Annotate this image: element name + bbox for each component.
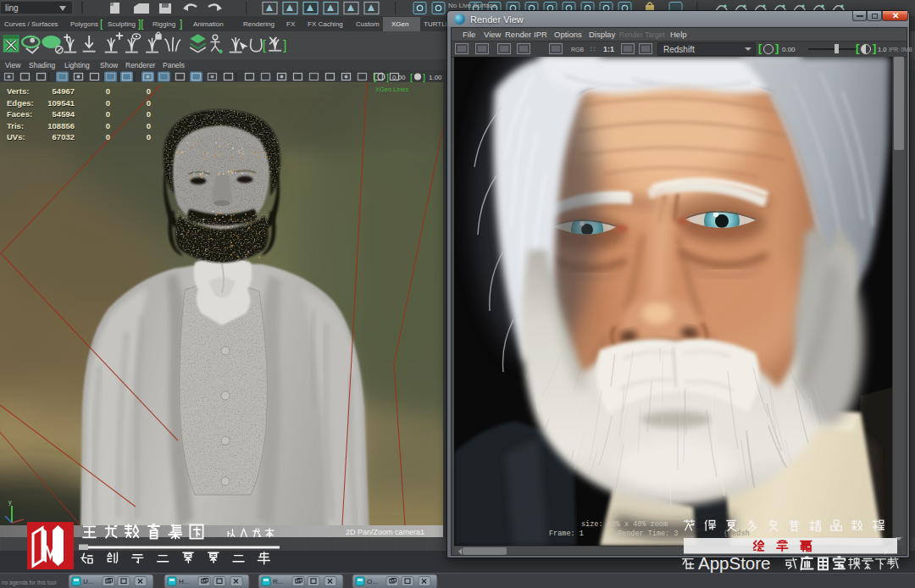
svg-text:XGen: XGen: [391, 20, 408, 28]
svg-text:1.00: 1.00: [429, 74, 442, 81]
svg-text:Renderer: Renderer: [125, 61, 156, 69]
svg-text:XGen Lines: XGen Lines: [375, 86, 408, 93]
svg-text:UVs:: UVs:: [7, 132, 25, 141]
svg-text:R...: R...: [273, 578, 283, 585]
svg-text:][: ][: [138, 18, 144, 30]
svg-text:54967: 54967: [53, 86, 75, 96]
svg-text:Rigging: Rigging: [152, 20, 175, 28]
svg-text:Animation: Animation: [193, 20, 224, 28]
svg-text:Sculpting: Sculpting: [108, 20, 136, 28]
svg-text:0: 0: [106, 121, 110, 130]
svg-text:Curves / Surfaces: Curves / Surfaces: [4, 20, 58, 28]
svg-text:]: ]: [423, 72, 425, 82]
svg-text:FX: FX: [286, 20, 296, 28]
svg-text:0: 0: [106, 109, 110, 119]
svg-text:View: View: [5, 61, 21, 69]
svg-text:Polygons: Polygons: [70, 20, 98, 28]
svg-text:0: 0: [147, 86, 151, 96]
svg-text:Edges:: Edges:: [7, 98, 34, 108]
svg-text:[: [: [374, 72, 376, 82]
svg-text:0: 0: [147, 132, 151, 141]
svg-text:0: 0: [147, 121, 151, 130]
svg-text:108856: 108856: [47, 121, 75, 130]
svg-text:54594: 54594: [53, 109, 75, 119]
svg-text:FX Caching: FX Caching: [308, 20, 343, 28]
svg-text:Shading: Shading: [29, 61, 55, 69]
svg-text:size: 40% x 40% zoom: size: 40% x 40% zoom: [581, 520, 668, 529]
svg-text:(Redsh: (Redsh: [724, 530, 750, 538]
svg-text:O...: O...: [367, 578, 378, 585]
svg-text:Verts:: Verts:: [7, 86, 29, 96]
svg-text:Rendering: Rendering: [243, 20, 274, 28]
svg-text:0: 0: [147, 109, 151, 119]
svg-text:Show: Show: [100, 61, 119, 69]
svg-text:2D Pan/Zoom camera1: 2D Pan/Zoom camera1: [346, 528, 424, 536]
svg-text:H...: H...: [179, 578, 189, 585]
svg-text:Panels: Panels: [163, 61, 185, 69]
svg-text:0: 0: [106, 86, 110, 96]
svg-text:Lighting: Lighting: [64, 61, 90, 69]
svg-text:0: 0: [106, 132, 110, 141]
svg-text:109541: 109541: [47, 98, 75, 108]
svg-text:0: 0: [106, 98, 110, 108]
svg-text:No Live Surface: No Live Surface: [448, 2, 496, 9]
svg-text:[: [: [263, 38, 267, 53]
svg-text:0.00: 0.00: [392, 74, 406, 81]
svg-text:[: [: [410, 72, 413, 82]
svg-text:ling: ling: [5, 3, 19, 13]
svg-text:0: 0: [147, 98, 151, 108]
svg-text:67032: 67032: [53, 132, 75, 141]
svg-text:]: ]: [386, 72, 389, 82]
svg-text:Faces:: Faces:: [7, 109, 32, 119]
svg-text:Render Time: 3: Render Time: 3: [618, 530, 678, 538]
svg-text:Custom: Custom: [356, 20, 380, 28]
svg-text:Frame: 1: Frame: 1: [549, 530, 584, 538]
svg-text:Tris:: Tris:: [7, 121, 24, 130]
svg-text:]: ]: [180, 18, 182, 30]
svg-text:U...: U...: [83, 578, 93, 585]
svg-text:]: ]: [283, 38, 286, 53]
svg-text:y: y: [8, 499, 12, 506]
